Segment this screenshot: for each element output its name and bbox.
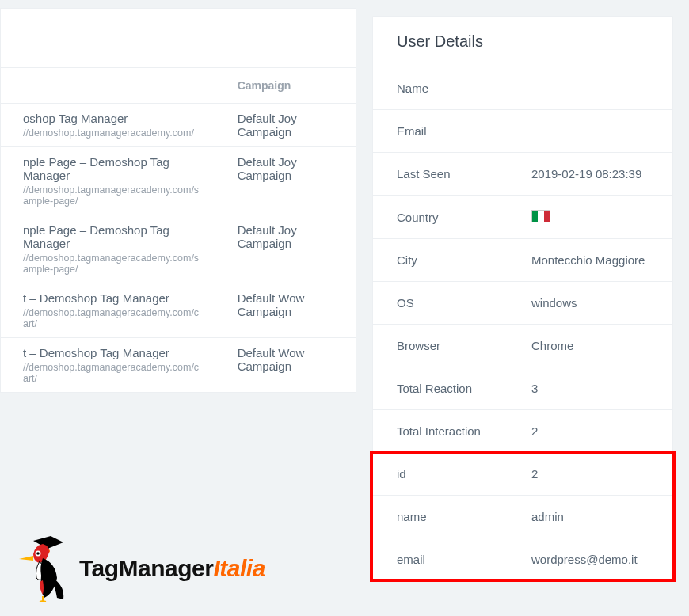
woodpecker-icon (16, 534, 71, 602)
details-value (508, 196, 672, 239)
table-row[interactable]: oshop Tag Manager//demoshop.tagmanagerac… (1, 104, 356, 147)
details-row: Name (373, 67, 672, 110)
details-value: 3 (508, 367, 672, 410)
activity-page-title: nple Page – Demoshop Tag Manager (23, 223, 200, 250)
details-value: Montecchio Maggiore (508, 239, 672, 282)
activity-page-cell: nple Page – Demoshop Tag Manager//demosh… (1, 215, 215, 283)
details-row: BrowserChrome (373, 325, 672, 367)
details-label: Total Reaction (373, 367, 508, 410)
details-row: Total Interaction2 (373, 410, 672, 453)
activity-col-page (1, 68, 215, 104)
activity-col-campaign: Campaign (215, 68, 356, 104)
activity-page-cell: oshop Tag Manager//demoshop.tagmanagerac… (1, 104, 215, 147)
activity-campaign-cell: Default Wow Campaign (215, 283, 356, 338)
left-top-panel (0, 8, 356, 67)
details-label: Email (373, 110, 508, 153)
user-details-title: User Details (373, 17, 672, 67)
details-value (508, 67, 672, 110)
tagmanager-italia-logo: TagManagerItalia (16, 534, 265, 602)
details-value: Chrome (508, 325, 672, 367)
user-details-panel: User Details NameEmailLast Seen2019-02-1… (372, 16, 673, 581)
flag-italy-icon (531, 210, 550, 222)
details-value: windows (508, 282, 672, 325)
details-label: Total Interaction (373, 410, 508, 453)
details-row: Last Seen2019-02-19 08:23:39 (373, 153, 672, 196)
activity-page-cell: t – Demoshop Tag Manager//demoshop.tagma… (1, 283, 215, 338)
details-label: email (373, 538, 508, 581)
details-row: CityMontecchio Maggiore (373, 239, 672, 282)
svg-marker-5 (19, 556, 33, 561)
details-value: 2019-02-19 08:23:39 (508, 153, 672, 196)
activity-page-cell: nple Page – Demoshop Tag Manager//demosh… (1, 147, 215, 215)
activity-page-url: //demoshop.tagmanageracademy.com/cart/ (23, 362, 200, 384)
details-value: 2 (508, 410, 672, 453)
details-label: Last Seen (373, 153, 508, 196)
details-label: Name (373, 67, 508, 110)
details-label: City (373, 239, 508, 282)
activity-campaign-cell: Default Joy Campaign (215, 215, 356, 283)
details-label: OS (373, 282, 508, 325)
details-row: OSwindows (373, 282, 672, 325)
details-value: 2 (508, 453, 672, 496)
details-row: Email (373, 110, 672, 153)
details-label: name (373, 496, 508, 538)
details-row: Country (373, 196, 672, 239)
details-label: Country (373, 196, 508, 239)
activity-table: Campaign oshop Tag Manager//demoshop.tag… (0, 67, 356, 393)
activity-page-title: t – Demoshop Tag Manager (23, 291, 200, 305)
activity-page-url: //demoshop.tagmanageracademy.com/sample-… (23, 184, 200, 207)
table-row[interactable]: t – Demoshop Tag Manager//demoshop.tagma… (1, 283, 356, 338)
details-value (508, 110, 672, 153)
activity-page-title: nple Page – Demoshop Tag Manager (23, 155, 200, 182)
activity-campaign-cell: Default Joy Campaign (215, 147, 356, 215)
activity-page-cell: t – Demoshop Tag Manager//demoshop.tagma… (1, 338, 215, 393)
activity-page-url: //demoshop.tagmanageracademy.com/cart/ (23, 307, 200, 329)
table-row[interactable]: nple Page – Demoshop Tag Manager//demosh… (1, 147, 356, 215)
details-row: Total Reaction3 (373, 367, 672, 410)
details-value: wordpress@demo.it (508, 538, 672, 581)
activity-page-title: t – Demoshop Tag Manager (23, 346, 200, 359)
details-row: nameadmin (373, 496, 672, 538)
details-row: id2 (373, 453, 672, 496)
activity-page-title: oshop Tag Manager (23, 112, 200, 125)
svg-point-4 (36, 552, 40, 555)
activity-campaign-cell: Default Joy Campaign (215, 104, 356, 147)
logo-text-italia: Italia (213, 555, 265, 581)
table-row[interactable]: nple Page – Demoshop Tag Manager//demosh… (1, 215, 356, 283)
table-row[interactable]: t – Demoshop Tag Manager//demoshop.tagma… (1, 338, 356, 393)
details-label: id (373, 453, 508, 496)
activity-page-url: //demoshop.tagmanageracademy.com/ (23, 127, 200, 139)
details-label: Browser (373, 325, 508, 367)
details-row: emailwordpress@demo.it (373, 538, 672, 581)
activity-campaign-cell: Default Wow Campaign (215, 338, 356, 393)
details-value: admin (508, 496, 672, 538)
activity-page-url: //demoshop.tagmanageracademy.com/sample-… (23, 253, 200, 275)
user-details-table: NameEmailLast Seen2019-02-19 08:23:39Cou… (373, 67, 672, 580)
logo-text-tagmanager: TagManager (79, 555, 213, 581)
